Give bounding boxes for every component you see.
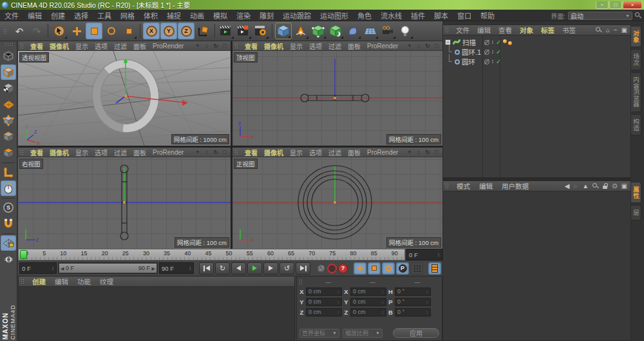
material-menu-item[interactable]: 创建 — [28, 277, 50, 286]
snap-toggle-button[interactable]: S — [1, 200, 16, 215]
menu-item[interactable]: 工具 — [93, 10, 116, 21]
history-forward-icon[interactable]: ▶ — [574, 183, 579, 190]
layer-icon[interactable] — [484, 50, 489, 55]
object-row-sweep[interactable]: − 扫描 ✓ — [443, 37, 630, 47]
collapse-toggle[interactable]: − — [445, 39, 451, 45]
texture-mode-button[interactable] — [1, 81, 16, 96]
minimize-button[interactable]: − — [596, 1, 609, 9]
viewport-menu-item[interactable]: 摄像机 — [46, 41, 72, 51]
redo-button[interactable]: ↷ — [28, 23, 45, 39]
tag-icon[interactable] — [508, 41, 512, 45]
panel-grip[interactable] — [21, 278, 25, 284]
viewport-right[interactable]: 查看摄像机显示选项过滤面板ProRender + ↕ ↻ □ 右视图 — [18, 148, 231, 249]
rotation-input[interactable]: 0 °↕ — [395, 287, 431, 296]
viewport-canvas[interactable]: Z X — [232, 51, 442, 146]
toggle-view-icon[interactable]: □ — [221, 149, 229, 155]
material-menu-item[interactable]: 纹理 — [95, 277, 118, 286]
attribute-menu-item[interactable]: 模式 — [452, 181, 475, 191]
object-name[interactable]: 扫描 — [462, 37, 476, 47]
viewport-menu-item[interactable]: 查看 — [242, 148, 261, 157]
end-frame-field[interactable]: 90 F ↕ — [159, 262, 194, 274]
stepper-icon[interactable]: ↕ — [437, 252, 440, 258]
z-axis-lock-button[interactable]: Z — [178, 23, 194, 39]
menu-item[interactable]: 运动跟踪 — [278, 10, 316, 21]
menu-item[interactable]: 编辑 — [23, 10, 46, 21]
viewport-canvas[interactable]: Y X Z — [18, 51, 231, 146]
keyframe-help-button[interactable]: ? — [338, 264, 348, 273]
viewport-menu-item[interactable]: 过滤 — [111, 148, 130, 157]
visibility-dots[interactable] — [492, 60, 493, 64]
object-row-circle1[interactable]: 圆环.1 ✓ — [443, 47, 630, 57]
render-picture-viewer-button[interactable] — [235, 23, 252, 39]
goto-start-button[interactable] — [199, 262, 214, 275]
object-manager-menu-item[interactable]: 文件 — [452, 25, 473, 35]
menu-item[interactable]: 模拟 — [209, 10, 232, 21]
points-mode-button[interactable] — [1, 113, 16, 128]
object-tree[interactable]: − 扫描 ✓ — [443, 35, 630, 177]
toolbar-grip[interactable] — [3, 28, 8, 34]
visibility-dots[interactable] — [492, 50, 493, 54]
timeline-ruler[interactable]: 051015202530354045505560657075808590 — [18, 249, 405, 260]
object-row-circle[interactable]: 圆环 ✓ — [443, 57, 630, 66]
viewport-menu-item[interactable]: 选项 — [306, 41, 325, 51]
pan-view-icon[interactable]: + — [406, 43, 413, 49]
search-icon[interactable] — [592, 183, 599, 190]
panel-grip[interactable] — [445, 183, 450, 189]
rotate-view-icon[interactable]: ↻ — [424, 149, 431, 155]
key-scale-toggle[interactable] — [368, 262, 381, 275]
viewport-menu-item[interactable]: 选项 — [306, 148, 325, 157]
phong-tag-icon[interactable] — [503, 39, 507, 43]
pan-view-icon[interactable]: + — [194, 149, 202, 155]
collapse-icon[interactable]: − — [614, 27, 618, 34]
settings-icon[interactable]: ⊙ — [612, 183, 617, 190]
search-icon[interactable] — [596, 27, 602, 34]
size-input[interactable]: 0 cm↕ — [350, 298, 386, 306]
side-tab[interactable]: 构造 — [631, 114, 641, 135]
key-position-toggle[interactable] — [354, 262, 366, 275]
object-manager-menu-item[interactable]: 查看 — [495, 25, 516, 35]
viewport-menu-item[interactable]: 面板 — [345, 148, 364, 157]
position-input[interactable]: 0 cm↕ — [306, 298, 342, 306]
range-bar[interactable]: ◀ 0 F 90 F ▶ — [59, 264, 156, 273]
position-input[interactable]: 0 cm↕ — [306, 287, 342, 296]
undo-button[interactable]: ↶ — [11, 23, 28, 39]
magnet-snap-button[interactable] — [1, 216, 16, 231]
panel-grip[interactable] — [234, 150, 239, 155]
material-menu-item[interactable]: 功能 — [73, 277, 95, 286]
record-keyframe-button[interactable] — [316, 264, 326, 273]
viewport-menu-item[interactable]: 过滤 — [325, 41, 345, 51]
pan-view-icon[interactable]: + — [194, 43, 202, 49]
rotate-view-icon[interactable]: ↻ — [424, 43, 431, 49]
key-parameter-toggle[interactable]: P — [396, 262, 409, 275]
enabled-check-icon[interactable]: ✓ — [496, 48, 501, 55]
apply-button[interactable]: 应用 — [393, 328, 439, 338]
viewport-menu-item[interactable]: ProRender — [149, 149, 187, 156]
side-tab[interactable]: 属性 — [631, 182, 641, 203]
attribute-menu-item[interactable]: 用户数据 — [497, 181, 533, 191]
viewport-menu-item[interactable]: 过滤 — [111, 41, 130, 51]
viewport-canvas[interactable]: Y X — [232, 157, 442, 249]
side-tab[interactable]: 层 — [631, 205, 641, 220]
range-left-icon[interactable]: ◀ — [61, 266, 64, 271]
layout-dropdown[interactable]: 启动 ▼ — [568, 12, 632, 20]
search-icon[interactable] — [635, 12, 641, 19]
rotate-view-icon[interactable]: ↻ — [212, 149, 220, 155]
viewport-canvas[interactable]: Y Z — [18, 157, 231, 249]
last-tool-button[interactable] — [120, 23, 137, 39]
viewport-menu-item[interactable]: 面板 — [345, 41, 364, 51]
scale-tool-button[interactable] — [86, 23, 102, 39]
render-settings-button[interactable] — [252, 23, 269, 39]
enabled-check-icon[interactable]: ✓ — [496, 39, 501, 46]
play-loop-button[interactable]: ↺ — [279, 262, 294, 275]
add-light-button[interactable] — [397, 23, 413, 39]
zoom-view-icon[interactable]: ↕ — [415, 43, 422, 49]
tag-cell[interactable] — [503, 39, 512, 45]
menu-item[interactable]: 流水线 — [376, 10, 406, 21]
maximize-button[interactable]: □ — [609, 1, 622, 9]
viewport-menu-item[interactable]: 过滤 — [325, 148, 345, 157]
attribute-menu-item[interactable]: 编辑 — [475, 181, 497, 191]
current-frame-field[interactable]: 0 F ↕ — [19, 262, 57, 274]
visibility-dots[interactable] — [492, 41, 493, 44]
key-rotation-toggle[interactable] — [382, 262, 395, 275]
autokey-button[interactable] — [327, 264, 337, 273]
